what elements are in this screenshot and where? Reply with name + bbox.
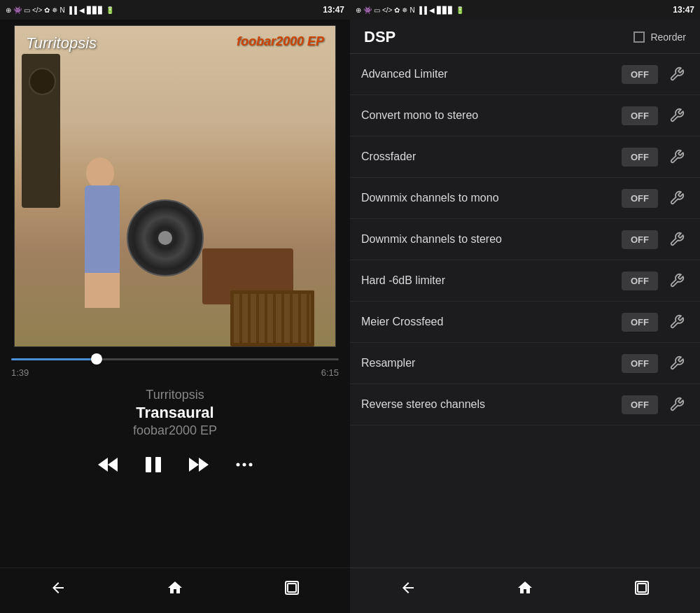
left-clock: 13:47: [323, 5, 344, 15]
home-button[interactable]: [153, 575, 197, 605]
dsp-item-name-crossfader: Crossfader: [361, 150, 615, 164]
dsp-item-crossfader: CrossfaderOFF: [350, 136, 700, 178]
right-back-button[interactable]: [386, 575, 430, 605]
r-vibrate-icon: ▐▐: [417, 6, 427, 14]
r-bluetooth-icon: ✵: [402, 6, 407, 14]
left-status-icons: ⊕ 👾 ▭ </> ✿ ✵ N ▐▐ ◀ ▊▊▊ 🔋: [6, 6, 114, 14]
rewind-button[interactable]: [97, 455, 119, 474]
right-nav-bar: [350, 568, 700, 613]
off-button-convert-mono-stereo[interactable]: OFF: [622, 106, 658, 125]
off-button-downmix-mono[interactable]: OFF: [622, 189, 658, 208]
svg-marker-5: [199, 458, 209, 472]
r-battery-icon: 🔋: [456, 6, 464, 14]
off-button-resampler[interactable]: OFF: [622, 354, 658, 373]
dsp-item-advanced-limiter: Advanced LimiterOFF: [350, 54, 700, 95]
off-button-hard-limiter[interactable]: OFF: [622, 272, 658, 290]
vibrate-icon: ▐▐: [67, 6, 77, 14]
wrench-button-crossfader[interactable]: [665, 146, 689, 167]
dsp-header: DSP Reorder: [350, 20, 700, 54]
svg-rect-12: [638, 584, 646, 592]
wrench-button-advanced-limiter[interactable]: [665, 64, 689, 85]
pause-button[interactable]: [144, 455, 162, 474]
dsp-item-name-downmix-mono: Downmix channels to mono: [361, 191, 615, 206]
dsp-item-name-convert-mono-stereo: Convert mono to stereo: [361, 108, 615, 123]
left-panel: ⊕ 👾 ▭ </> ✿ ✵ N ▐▐ ◀ ▊▊▊ 🔋 13:47 Turrito…: [0, 0, 350, 613]
dsp-item-name-resampler: Resampler: [361, 356, 615, 371]
dsp-item-reverse-stereo: Reverse stereo channelsOFF: [350, 384, 700, 425]
r-wifi-icon: ◀: [429, 6, 435, 14]
current-time: 1:39: [11, 367, 29, 378]
progress-thumb[interactable]: [91, 353, 102, 365]
child-legs: [85, 273, 120, 308]
right-clock: 13:47: [673, 5, 694, 15]
album-art-artist: Turritopsis: [26, 34, 97, 52]
svg-marker-4: [189, 458, 199, 472]
right-recents-button[interactable]: [620, 575, 664, 605]
dsp-item-name-reverse-stereo: Reverse stereo channels: [361, 397, 615, 412]
reorder-checkbox[interactable]: [634, 31, 645, 43]
off-button-downmix-stereo[interactable]: OFF: [622, 230, 658, 249]
svg-marker-1: [108, 458, 118, 472]
wrench-button-meier-crossfeed[interactable]: [665, 311, 689, 332]
right-panel: ⊕ 👾 ▭ </> ✿ ✵ N ▐▐ ◀ ▊▊▊ 🔋 13:47 DSP Reo…: [350, 0, 700, 613]
dsp-item-name-hard-limiter: Hard -6dB limiter: [361, 274, 615, 288]
progress-bar[interactable]: [11, 353, 339, 365]
right-status-icons: ⊕ 👾 ▭ </> ✿ ✵ N ▐▐ ◀ ▊▊▊ 🔋: [356, 6, 464, 14]
dsp-item-meier-crossfeed: Meier CrossfeedOFF: [350, 302, 700, 343]
dsp-item-resampler: ResamplerOFF: [350, 343, 700, 384]
more-button[interactable]: [235, 456, 253, 474]
progress-area[interactable]: 1:39 6:15: [0, 347, 350, 381]
track-album: foobar2000 EP: [14, 423, 336, 438]
wifi-icon: ◀: [79, 6, 85, 14]
wrench-button-downmix-stereo[interactable]: [665, 229, 689, 250]
wrench-button-reverse-stereo[interactable]: [665, 394, 689, 415]
alien-icon: 👾: [13, 6, 22, 14]
svg-point-6: [237, 463, 240, 467]
total-time: 6:15: [321, 367, 339, 378]
r-nfc-icon: N: [410, 6, 414, 14]
r-screen-icon: ▭: [374, 6, 380, 14]
album-art-badge: foobar2000 EP: [237, 34, 324, 49]
album-art: Turritopsis foobar2000 EP: [14, 25, 336, 347]
reorder-label: Reorder: [650, 31, 686, 43]
track-info: Turritopsis Transaural foobar2000 EP: [0, 381, 350, 444]
off-button-advanced-limiter[interactable]: OFF: [622, 65, 658, 84]
progress-track: [11, 358, 339, 360]
recents-button[interactable]: [270, 575, 314, 605]
reorder-area: Reorder: [634, 31, 686, 43]
progress-fill: [11, 358, 97, 360]
off-button-crossfader[interactable]: OFF: [622, 148, 658, 167]
right-status-bar: ⊕ 👾 ▭ </> ✿ ✵ N ▐▐ ◀ ▊▊▊ 🔋 13:47: [350, 0, 700, 20]
speaker-graphic: [22, 54, 60, 208]
dsp-item-name-downmix-stereo: Downmix channels to stereo: [361, 232, 615, 247]
r-flower-icon: ✿: [394, 6, 400, 14]
child-head: [86, 157, 114, 189]
svg-rect-10: [288, 584, 296, 592]
dsp-item-downmix-mono: Downmix channels to monoOFF: [350, 178, 700, 219]
vinyl-record: [127, 199, 204, 276]
forward-button[interactable]: [188, 455, 210, 474]
dsp-item-name-advanced-limiter: Advanced Limiter: [361, 67, 615, 82]
dsp-item-hard-limiter: Hard -6dB limiterOFF: [350, 260, 700, 302]
player-controls: [0, 444, 350, 483]
wrench-button-downmix-mono[interactable]: [665, 188, 689, 209]
child-body: [85, 185, 120, 276]
wrench-button-convert-mono-stereo[interactable]: [665, 105, 689, 126]
battery-icon: 🔋: [106, 6, 114, 14]
svg-rect-3: [155, 457, 161, 472]
dsp-item-downmix-stereo: Downmix channels to stereoOFF: [350, 219, 700, 260]
nfc-icon: N: [59, 6, 64, 14]
off-button-reverse-stereo[interactable]: OFF: [622, 395, 658, 414]
r-signal-icon: ▊▊▊: [437, 6, 454, 14]
track-title: Transaural: [14, 404, 336, 422]
right-home-button[interactable]: [503, 575, 547, 605]
bluetooth-icon: ✵: [52, 6, 57, 14]
code-icon: </>: [32, 6, 42, 14]
dsp-item-name-meier-crossfeed: Meier Crossfeed: [361, 315, 615, 330]
back-button[interactable]: [36, 575, 80, 605]
screen-icon: ▭: [24, 6, 30, 14]
r-alien-icon: 👾: [363, 6, 372, 14]
wrench-button-resampler[interactable]: [665, 353, 689, 374]
wrench-button-hard-limiter[interactable]: [665, 270, 689, 291]
off-button-meier-crossfeed[interactable]: OFF: [622, 313, 658, 332]
